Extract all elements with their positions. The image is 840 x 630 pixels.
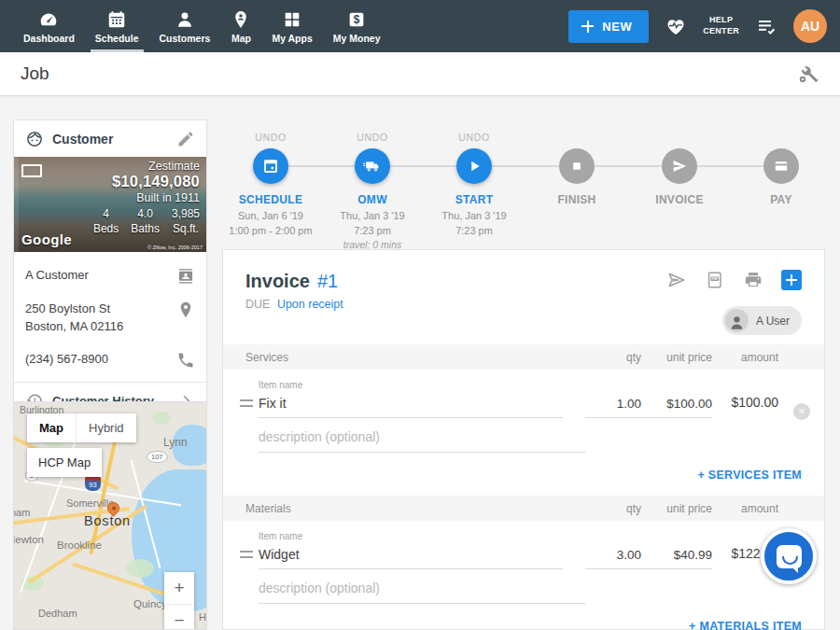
start-step-button[interactable] [456, 148, 492, 184]
map-label-quincy: Quincy [133, 598, 167, 609]
services-header: Services [245, 351, 585, 364]
unit-price-column-header: unit price [641, 351, 712, 364]
undo-spacer [622, 132, 737, 144]
page-header: Job [0, 52, 840, 96]
built-year: Built in 1911 [93, 191, 200, 204]
timeline-step-invoice: INVOICE [622, 123, 737, 206]
materials-header-row: Materials qty unit price amount [223, 496, 824, 521]
map-label-lynn: Lynn [163, 436, 188, 449]
nav-tab-my-apps[interactable]: My Apps [261, 0, 322, 52]
task-list-icon[interactable] [755, 15, 777, 37]
finish-step-button[interactable] [559, 148, 595, 184]
job-tools-icon[interactable] [797, 63, 819, 85]
hybrid-button[interactable]: Hybrid [76, 413, 136, 442]
timeline-step-start: UNDO START Thu, Jan 3 '197:23 pm [416, 123, 532, 239]
street-view-icon[interactable] [21, 164, 42, 177]
material-description-input[interactable] [259, 575, 585, 604]
nav-tab-dashboard[interactable]: Dashboard [13, 0, 85, 52]
map-label-newton: Newton [13, 534, 44, 545]
customer-name: A Customer [25, 267, 89, 285]
help-center-button[interactable]: HELP CENTER [703, 15, 739, 36]
hcp-map-button[interactable]: HCP Map [27, 448, 102, 477]
schedule-step-button[interactable] [253, 148, 288, 184]
zoom-out-button[interactable]: − [164, 604, 194, 630]
add-invoice-button[interactable] [781, 270, 802, 290]
zoom-in-button[interactable]: + [164, 572, 194, 604]
map-widget[interactable]: Burlington Lynn 107 2 93 Somerville ham … [13, 401, 207, 630]
service-description-input[interactable] [259, 424, 585, 453]
timeline-step-omw: UNDO OMW Thu, Jan 3 '197:23 pm travel: 0… [315, 123, 430, 250]
svg-text:$: $ [354, 13, 360, 26]
heart-pulse-icon[interactable] [665, 15, 687, 37]
material-item-name-input[interactable] [259, 544, 563, 569]
new-button[interactable]: NEW [568, 10, 649, 43]
nav-tab-my-money[interactable]: $ My Money [323, 0, 391, 52]
step-label: FINISH [519, 193, 635, 206]
send-invoice-icon[interactable] [666, 270, 687, 290]
undo-omw-button[interactable]: UNDO [315, 132, 430, 144]
undo-spacer [723, 132, 839, 144]
invoice-number: #1 [317, 271, 338, 292]
new-button-label: NEW [602, 20, 632, 34]
print-icon[interactable] [743, 270, 763, 290]
assigned-user-pill[interactable]: A User [722, 306, 802, 335]
add-services-item-link[interactable]: + SERVICES ITEM [697, 469, 802, 482]
face-icon [25, 130, 44, 148]
send-icon [669, 156, 690, 176]
service-description-row [223, 418, 824, 453]
chat-bubble-button[interactable] [761, 528, 817, 584]
phone-icon[interactable] [176, 351, 195, 370]
user-avatar[interactable]: AU [793, 9, 827, 43]
page-title: Job [21, 63, 49, 84]
property-photo[interactable]: Zestimate $10,149,080 Built in 1911 4Bed… [14, 157, 206, 252]
timeline-step-schedule: UNDO SCHEDULE Sun, Jan 6 '191:00 pm - 2:… [213, 123, 329, 239]
invoice-header: Invoice #1 DUE Upon receipt PDF A User [223, 250, 824, 344]
drag-handle-icon[interactable] [240, 551, 253, 558]
item-name-label: Item name [259, 531, 563, 541]
assigned-user-avatar [725, 309, 749, 332]
material-unit-price-input[interactable] [641, 545, 712, 569]
edit-pencil-icon[interactable] [176, 130, 195, 148]
play-icon [464, 156, 484, 176]
calendar-icon [106, 9, 127, 30]
drag-handle-icon[interactable] [240, 399, 253, 407]
contact-card-icon[interactable] [176, 267, 195, 286]
material-qty-input[interactable] [585, 545, 641, 569]
materials-header: Materials [245, 502, 585, 515]
nav-tab-label: My Apps [272, 33, 312, 44]
help-center-line1: HELP [703, 15, 739, 26]
omw-step-button[interactable] [355, 148, 390, 184]
top-nav: Dashboard Schedule Customers Map My Apps… [0, 0, 840, 52]
location-pin-icon[interactable] [176, 301, 195, 319]
customer-details: A Customer 250 Boylston StBoston, MA 021… [14, 252, 206, 377]
pay-step-button[interactable] [763, 148, 799, 184]
due-label: DUE [245, 298, 270, 311]
nav-tab-map[interactable]: Map [220, 0, 261, 52]
invoice-step-button[interactable] [662, 148, 697, 184]
service-item-name-input[interactable] [259, 393, 563, 418]
due-value-link[interactable]: Upon receipt [277, 298, 343, 311]
map-type-toggle: Map Hybrid [27, 413, 136, 442]
amount-column-header: amount [712, 502, 778, 515]
map-button[interactable]: Map [27, 413, 76, 442]
undo-start-button[interactable]: UNDO [416, 132, 532, 144]
property-stats: 4Beds 4.0Baths 3,985Sq.ft. [93, 206, 200, 236]
step-date: Thu, Jan 3 '197:23 pm [416, 209, 532, 239]
undo-schedule-button[interactable]: UNDO [213, 132, 329, 144]
remove-line-item-icon[interactable]: × [793, 403, 810, 420]
nav-tab-label: Customers [160, 33, 211, 44]
service-unit-price-input[interactable] [641, 394, 712, 418]
map-label-hingham: Hi [199, 611, 207, 623]
services-section: Services qty unit price amount Item name… [223, 344, 824, 496]
map-park [126, 559, 154, 578]
nav-tab-label: Dashboard [23, 33, 75, 44]
nav-tabs: Dashboard Schedule Customers Map My Apps… [0, 0, 391, 52]
service-qty-input[interactable] [585, 394, 641, 418]
nav-tab-schedule[interactable]: Schedule [85, 0, 149, 52]
add-materials-item-link[interactable]: + MATERIALS ITEM [689, 620, 802, 630]
item-name-label: Item name [259, 380, 563, 390]
material-line-item: Item name $122.97 × [223, 521, 824, 569]
nav-tab-label: Schedule [95, 33, 139, 44]
pdf-icon[interactable]: PDF [705, 270, 725, 290]
nav-tab-customers[interactable]: Customers [149, 0, 221, 52]
